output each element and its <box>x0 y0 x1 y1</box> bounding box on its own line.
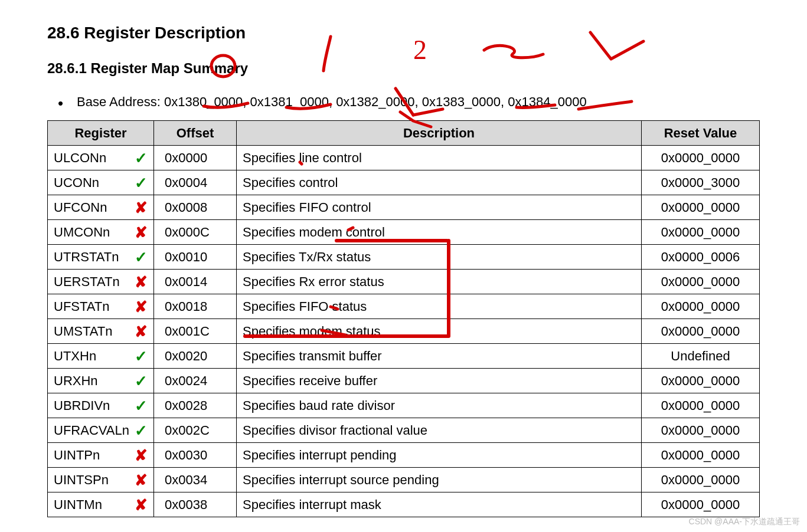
checkmark-icon: ✓ <box>135 421 148 439</box>
register-name: UFCONn <box>54 200 107 215</box>
reset-value-cell: 0x0000_0000 <box>642 492 760 517</box>
offset-cell: 0x001C <box>154 319 237 344</box>
col-header-reset: Reset Value <box>642 121 760 146</box>
offset-cell: 0x0020 <box>154 344 237 369</box>
checkmark-icon: ✓ <box>135 173 148 192</box>
register-cell: UTRSTATn✓ <box>48 245 154 270</box>
description-cell: Specifies modem status <box>237 319 642 344</box>
register-name: UCONn <box>54 175 99 190</box>
checkmark-icon: ✓ <box>135 248 148 266</box>
table-row: UINTPn✘0x0030Specifies interrupt pending… <box>48 443 760 468</box>
register-name: UMCONn <box>54 225 110 239</box>
offset-cell: 0x0030 <box>154 443 237 468</box>
offset-cell: 0x0018 <box>154 294 237 319</box>
description-cell: Specifies control <box>237 170 642 195</box>
reset-value-cell: 0x0000_0000 <box>642 146 760 170</box>
offset-cell: 0x002C <box>154 418 237 443</box>
section-heading: 28.6 Register Description <box>47 24 760 42</box>
register-name: URXHn <box>54 373 98 388</box>
description-cell: Specifies interrupt pending <box>237 443 642 468</box>
register-cell: UFCONn✘ <box>48 195 154 220</box>
description-cell: Specifies divisor fractional value <box>237 418 642 443</box>
register-cell: UTXHn✓ <box>48 344 154 369</box>
checkmark-icon: ✓ <box>135 396 148 415</box>
crossmark-icon: ✘ <box>135 446 148 464</box>
offset-cell: 0x0000 <box>154 146 237 170</box>
description-cell: Specifies interrupt source pending <box>237 468 642 492</box>
register-cell: UMCONn✘ <box>48 220 154 245</box>
register-name: UMSTATn <box>54 324 112 339</box>
description-cell: Specifies transmit buffer <box>237 344 642 369</box>
description-cell: Specifies FIFO control <box>237 195 642 220</box>
register-name: UINTSPn <box>54 472 109 487</box>
description-cell: Specifies Tx/Rx status <box>237 245 642 270</box>
table-row: URXHn✓0x0024Specifies receive buffer0x00… <box>48 369 760 393</box>
reset-value-cell: 0x0000_0000 <box>642 468 760 492</box>
reset-value-cell: 0x0000_0000 <box>642 294 760 319</box>
table-row: UMSTATn✘0x001CSpecifies modem status0x00… <box>48 319 760 344</box>
reset-value-cell: 0x0000_0000 <box>642 369 760 393</box>
crossmark-icon: ✘ <box>135 322 148 340</box>
offset-cell: 0x0010 <box>154 245 237 270</box>
table-row: UINTSPn✘0x0034Specifies interrupt source… <box>48 468 760 492</box>
offset-cell: 0x000C <box>154 220 237 245</box>
checkmark-icon: ✓ <box>135 149 148 167</box>
reset-value-cell: 0x0000_0006 <box>642 245 760 270</box>
register-cell: UINTSPn✘ <box>48 468 154 492</box>
description-cell: Specifies interrupt mask <box>237 492 642 517</box>
description-cell: Specifies modem control <box>237 220 642 245</box>
reset-value-cell: 0x0000_0000 <box>642 270 760 294</box>
table-row: UFSTATn✘0x0018Specifies FIFO status0x000… <box>48 294 760 319</box>
register-name: UTXHn <box>54 349 96 363</box>
table-row: ULCONn✓0x0000Specifies line control0x000… <box>48 146 760 170</box>
register-name: UINTPn <box>54 448 100 462</box>
description-cell: Specifies baud rate divisor <box>237 393 642 418</box>
crossmark-icon: ✘ <box>135 297 148 316</box>
register-name: UBRDIVn <box>54 398 110 413</box>
reset-value-cell: 0x0000_3000 <box>642 170 760 195</box>
reset-value-cell: Undefined <box>642 344 760 369</box>
register-name: UERSTATn <box>54 274 120 289</box>
description-cell: Specifies FIFO status <box>237 294 642 319</box>
offset-cell: 0x0038 <box>154 492 237 517</box>
register-cell: ULCONn✓ <box>48 146 154 170</box>
reset-value-cell: 0x0000_0000 <box>642 443 760 468</box>
offset-cell: 0x0034 <box>154 468 237 492</box>
offset-cell: 0x0024 <box>154 369 237 393</box>
col-header-description: Description <box>237 121 642 146</box>
table-row: UERSTATn✘0x0014Specifies Rx error status… <box>48 270 760 294</box>
subsection-heading: 28.6.1 Register Map Summary <box>47 60 760 77</box>
description-cell: Specifies line control <box>237 146 642 170</box>
checkmark-icon: ✓ <box>135 372 148 390</box>
register-name: UFSTATn <box>54 299 110 314</box>
watermark-text: CSDN @AAA-下水道疏通王哥 <box>689 517 800 527</box>
reset-value-cell: 0x0000_0000 <box>642 319 760 344</box>
register-cell: UBRDIVn✓ <box>48 393 154 418</box>
register-cell: UINTMn✘ <box>48 492 154 517</box>
register-name: UFRACVALn <box>54 423 129 438</box>
table-row: UBRDIVn✓0x0028Specifies baud rate diviso… <box>48 393 760 418</box>
register-name: UTRSTATn <box>54 249 119 264</box>
table-row: UINTMn✘0x0038Specifies interrupt mask0x0… <box>48 492 760 517</box>
register-name: ULCONn <box>54 150 106 165</box>
crossmark-icon: ✘ <box>135 223 148 241</box>
register-map-table: Register Offset Description Reset Value … <box>47 120 760 517</box>
crossmark-icon: ✘ <box>135 495 148 514</box>
reset-value-cell: 0x0000_0000 <box>642 418 760 443</box>
table-row: UFRACVALn✓0x002CSpecifies divisor fracti… <box>48 418 760 443</box>
reset-value-cell: 0x0000_0000 <box>642 393 760 418</box>
col-header-register: Register <box>48 121 154 146</box>
base-address-line: Base Address: 0x1380_0000, 0x1381_0000, … <box>47 94 760 110</box>
register-cell: UFRACVALn✓ <box>48 418 154 443</box>
register-name: UINTMn <box>54 497 102 512</box>
offset-cell: 0x0028 <box>154 393 237 418</box>
crossmark-icon: ✘ <box>135 272 148 291</box>
description-cell: Specifies Rx error status <box>237 270 642 294</box>
table-row: UCONn✓0x0004Specifies control0x0000_3000 <box>48 170 760 195</box>
table-row: UFCONn✘0x0008Specifies FIFO control0x000… <box>48 195 760 220</box>
reset-value-cell: 0x0000_0000 <box>642 195 760 220</box>
register-cell: UFSTATn✘ <box>48 294 154 319</box>
offset-cell: 0x0008 <box>154 195 237 220</box>
col-header-offset: Offset <box>154 121 237 146</box>
offset-cell: 0x0014 <box>154 270 237 294</box>
